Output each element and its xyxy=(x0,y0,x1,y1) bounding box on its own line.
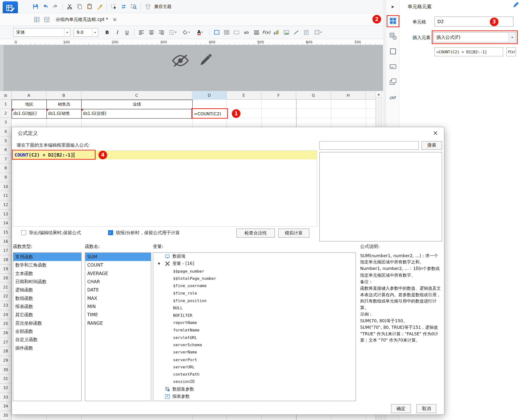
row-number[interactable]: 22 xyxy=(0,292,12,301)
row-number[interactable]: 2 xyxy=(0,109,12,118)
variable-item[interactable]: $fine_position xyxy=(153,297,356,304)
cell-style-tab[interactable] xyxy=(389,47,397,56)
row-number[interactable]: 32 xyxy=(0,383,12,393)
bold-button[interactable]: B xyxy=(103,28,112,37)
selection-tool-button[interactable] xyxy=(109,1,119,11)
row-number[interactable]: 15 xyxy=(0,228,12,237)
cell-D2[interactable]: =COUNT(C2) xyxy=(193,109,227,119)
report-canvas-header[interactable] xyxy=(0,45,383,91)
tab-title[interactable]: 分组内单元格无边框.cpt * xyxy=(56,16,108,22)
underline-button[interactable]: U xyxy=(123,28,131,37)
simulate-calc-button[interactable]: 模拟计算 xyxy=(278,228,309,237)
row-number[interactable]: 8 xyxy=(0,164,12,173)
function-name-item[interactable]: SUM xyxy=(85,253,151,261)
swap-arrows-button[interactable] xyxy=(119,1,129,11)
function-name-item[interactable]: DATE xyxy=(85,286,151,294)
column-header[interactable]: H xyxy=(331,91,366,100)
formula-editor-button[interactable]: F(x) xyxy=(506,47,516,56)
variable-item[interactable]: formletName xyxy=(153,326,356,334)
function-name-item[interactable]: RANGE xyxy=(85,319,151,327)
variable-item[interactable]: $fine_username xyxy=(153,282,356,290)
cell-B1[interactable]: 销售员 xyxy=(46,100,82,109)
insert-element-select[interactable]: 插入公式(F) ▾ xyxy=(434,32,516,42)
column-header[interactable]: A xyxy=(12,91,46,100)
row-number[interactable]: 3 xyxy=(0,118,12,127)
column-header[interactable]: D xyxy=(192,91,226,100)
cell-size-button[interactable] xyxy=(232,28,241,37)
variable-item[interactable]: NOFILTER xyxy=(153,312,356,319)
variable-item[interactable]: $fine_role xyxy=(153,290,356,297)
function-type-item[interactable]: 常用函数 xyxy=(13,253,81,261)
cell-formula-display[interactable]: =COUNT(C2) + D2[B2:-1] xyxy=(435,47,503,56)
insert-formula-button[interactable]: F(x) xyxy=(262,28,271,37)
edit-pencil-icon[interactable] xyxy=(512,1,519,8)
grid-view-icon[interactable] xyxy=(32,15,42,24)
cell-C1[interactable]: 业绩 xyxy=(81,100,193,109)
variable-item[interactable]: serverPort xyxy=(153,356,356,363)
tree-item-data[interactable]: 数据项 xyxy=(153,253,356,260)
search-results-box[interactable] xyxy=(319,152,442,241)
function-name-item[interactable]: COUNT xyxy=(85,261,151,269)
row-number[interactable]: 23 xyxy=(0,301,12,310)
function-type-item[interactable]: 日期和时间函数 xyxy=(13,278,81,286)
function-name-item[interactable]: AVERAGE xyxy=(85,269,151,278)
column-header[interactable]: F xyxy=(261,91,296,100)
row-number[interactable]: 17 xyxy=(0,246,12,255)
compat-theme-label[interactable]: 兼容主题 xyxy=(154,3,171,9)
tree-item-dataset-params[interactable]: 数据集参数 xyxy=(153,385,356,393)
copy-button[interactable] xyxy=(75,1,85,11)
function-name-item[interactable]: CHAR xyxy=(85,278,151,286)
save-button[interactable] xyxy=(31,1,40,11)
search-replace-button[interactable] xyxy=(129,1,139,11)
row-number[interactable]: 33 xyxy=(0,393,12,402)
function-type-item[interactable]: 逻辑函数 xyxy=(13,286,81,294)
row-number[interactable]: 31 xyxy=(0,375,12,383)
variable-item[interactable]: $$page_number xyxy=(153,268,356,275)
row-number[interactable]: 35 xyxy=(0,411,12,420)
row-number[interactable]: 18 xyxy=(0,255,12,265)
align-left-button[interactable] xyxy=(137,28,146,37)
text-wrap-button[interactable]: ab xyxy=(242,28,251,37)
dialog-close-icon[interactable]: × xyxy=(431,129,439,136)
row-number[interactable]: 4 xyxy=(0,127,12,136)
function-name-item[interactable]: MAX xyxy=(85,294,151,302)
function-name-item[interactable]: TIME xyxy=(85,311,151,319)
paste-button[interactable] xyxy=(85,1,94,11)
function-type-item[interactable]: 全部函数 xyxy=(13,327,81,336)
function-name-item[interactable]: MIN xyxy=(85,302,151,311)
tree-item-report-params[interactable]: P 报表参数 xyxy=(153,393,356,400)
widget-settings-tab[interactable] xyxy=(389,62,397,71)
row-number[interactable]: 28 xyxy=(0,347,12,356)
variable-item[interactable]: contextPath xyxy=(153,371,356,378)
hyperlink-tab[interactable] xyxy=(389,93,397,102)
variable-item[interactable]: serverURL xyxy=(153,363,356,371)
cancel-button[interactable]: 取消 xyxy=(417,404,436,413)
cell-A2[interactable]: ds1.G(地区) xyxy=(12,109,47,119)
font-family-select[interactable]: 宋体 ▾ xyxy=(13,28,70,37)
scroll-up-icon[interactable]: ▲ xyxy=(376,91,382,98)
row-number[interactable]: 13 xyxy=(0,210,12,219)
border-button[interactable]: ▾ xyxy=(167,28,179,37)
tab-close-icon[interactable]: × xyxy=(112,16,118,22)
cut-button[interactable] xyxy=(65,1,75,11)
row-number[interactable]: 20 xyxy=(0,274,12,283)
variable-item[interactable]: sessionID xyxy=(153,378,356,385)
cell-B2[interactable]: ds1.G(销售 xyxy=(46,109,82,119)
fill-color-button[interactable]: ▾ xyxy=(180,28,192,37)
function-type-item[interactable]: 插件函数 xyxy=(13,344,81,352)
tree-group-variables[interactable]: ▼ 变量 - [16] xyxy=(153,260,356,268)
row-number[interactable]: 12 xyxy=(0,201,12,210)
insert-chart-button[interactable] xyxy=(272,28,281,37)
font-color-button[interactable]: A ▾ xyxy=(194,28,207,37)
grid-select-all-corner[interactable]: ▦ xyxy=(0,91,12,100)
formula-line[interactable]: COUNT(C2) + D2[B2:-1] xyxy=(13,151,317,159)
cell-element-tab[interactable] xyxy=(389,17,397,25)
cell-A1[interactable]: 地区 xyxy=(12,100,47,109)
row-number[interactable]: 29 xyxy=(0,356,12,365)
collapse-panel-button[interactable]: ▶ xyxy=(389,2,397,11)
row-number[interactable]: 1 xyxy=(0,100,12,109)
variable-item[interactable]: NULL xyxy=(153,304,356,312)
check-validity-button[interactable]: 检查合法性 xyxy=(236,228,275,237)
sub-report-button[interactable] xyxy=(302,28,310,37)
compat-theme-button[interactable] xyxy=(143,1,153,11)
